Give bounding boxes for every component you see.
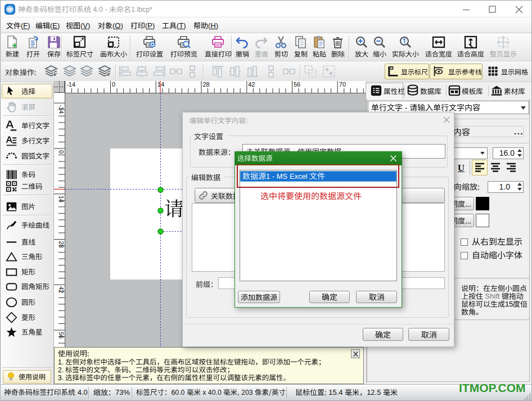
svg-text:28: 28: [58, 241, 65, 248]
svg-text:28: 28: [203, 81, 210, 88]
svg-text:56: 56: [58, 332, 65, 339]
svg-text:-14: -14: [66, 81, 75, 88]
svg-text:-14: -14: [58, 105, 65, 114]
svg-text:42: 42: [248, 81, 255, 88]
svg-text:0: 0: [112, 81, 115, 88]
svg-text:70: 70: [339, 81, 346, 88]
svg-text:42: 42: [58, 286, 65, 293]
svg-text:14: 14: [58, 196, 65, 202]
svg-text:14: 14: [157, 81, 164, 88]
svg-text:0: 0: [58, 150, 65, 154]
svg-text:56: 56: [294, 81, 300, 88]
